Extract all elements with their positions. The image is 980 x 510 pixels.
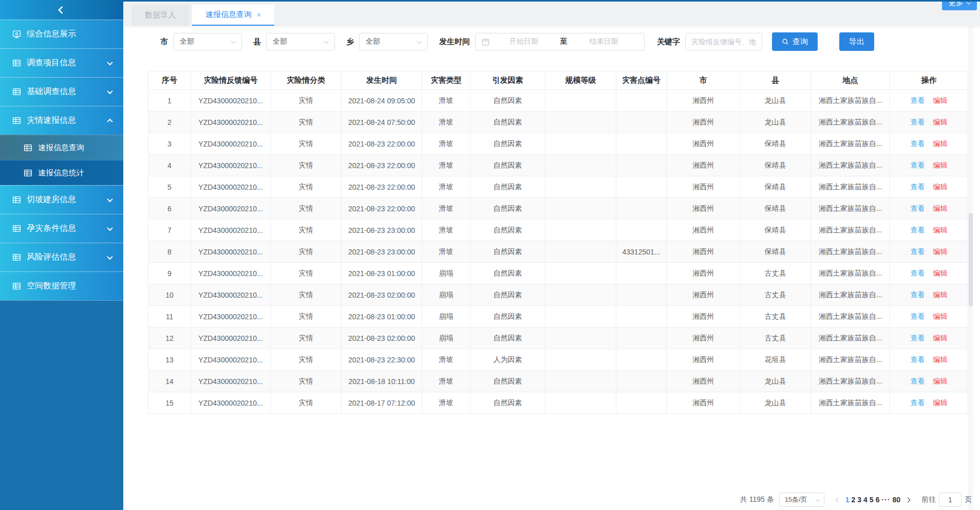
- page-number-80[interactable]: 80: [891, 496, 901, 504]
- view-link[interactable]: 查看: [911, 269, 925, 277]
- tab-label: 数据导入: [145, 10, 176, 20]
- close-tab-icon[interactable]: ×: [257, 11, 261, 19]
- cell-time: 2021-08-23 02:00:00: [342, 284, 422, 306]
- chevron-right-icon: [906, 497, 911, 502]
- cell-category: 灾情: [271, 155, 342, 176]
- table-row: 8YZD43000020210...灾情2021-08-23 23:00:00滑…: [148, 241, 968, 263]
- column-header-time: 发生时间: [342, 71, 422, 90]
- edit-link[interactable]: 编辑: [933, 377, 948, 385]
- sidebar-item-spatial-data-management[interactable]: 空间数据管理: [0, 271, 123, 300]
- edit-link[interactable]: 编辑: [933, 312, 948, 320]
- sidebar-item-slope-housing-info[interactable]: 切坡建房信息: [0, 185, 123, 214]
- sidebar-item-label: 孕灾条件信息: [27, 223, 76, 234]
- view-link[interactable]: 查看: [911, 118, 925, 126]
- view-link[interactable]: 查看: [911, 183, 925, 191]
- cell-scale: [545, 371, 616, 392]
- view-link[interactable]: 查看: [911, 139, 925, 148]
- cell-seq: 11: [148, 306, 191, 327]
- town-select[interactable]: 全部: [359, 33, 428, 50]
- page-number-5[interactable]: 5: [869, 496, 875, 504]
- cell-code: YZD43000020210...: [191, 263, 271, 284]
- cell-seq: 12: [148, 327, 191, 349]
- cell-time: 2021-08-24 09:05:00: [342, 90, 422, 112]
- more-button[interactable]: 更多: [942, 0, 977, 10]
- cell-ops: 查看编辑: [890, 306, 968, 327]
- page-number-2[interactable]: 2: [850, 496, 856, 504]
- view-link[interactable]: 查看: [911, 161, 925, 169]
- cell-factor: 自然因素: [470, 176, 545, 198]
- edit-link[interactable]: 编辑: [933, 290, 948, 299]
- cell-seq: 13: [148, 349, 191, 371]
- table-icon: [12, 282, 22, 291]
- cell-time: 2021-08-18 10:11:00: [342, 371, 422, 392]
- export-button-label: 导出: [849, 37, 864, 47]
- view-link[interactable]: 查看: [911, 398, 925, 407]
- edit-link[interactable]: 编辑: [933, 161, 948, 169]
- main-area: 数据导入 速报信息查询 × 更多 市 全部 县 全部: [123, 2, 980, 510]
- page-number-4[interactable]: 4: [862, 496, 869, 504]
- edit-link[interactable]: 编辑: [933, 204, 948, 212]
- sidebar-item-survey-project-info[interactable]: 调查项目信息: [0, 48, 123, 77]
- city-select[interactable]: 全部: [173, 33, 242, 50]
- page-size-select[interactable]: 15条/页: [779, 493, 824, 507]
- cell-county: 古丈县: [740, 327, 811, 349]
- cell-point: [616, 306, 667, 327]
- total-count: 共 1195 条: [740, 495, 774, 504]
- cell-category: 灾情: [271, 176, 342, 198]
- town-select-value: 全部: [366, 37, 380, 46]
- sidebar-collapse-button[interactable]: [0, 0, 123, 20]
- page-ellipsis[interactable]: ···: [880, 496, 891, 504]
- sidebar-item-basic-survey-info[interactable]: 基础调查信息: [0, 77, 123, 106]
- prev-page-button[interactable]: [832, 498, 844, 502]
- vertical-scrollbar[interactable]: [968, 26, 973, 510]
- start-date-placeholder: 开始日期: [489, 37, 558, 46]
- keyword-input[interactable]: [685, 33, 762, 50]
- view-link[interactable]: 查看: [911, 96, 925, 104]
- edit-link[interactable]: 编辑: [933, 269, 948, 277]
- edit-link[interactable]: 编辑: [933, 139, 948, 148]
- cell-county: 龙山县: [740, 112, 811, 133]
- view-link[interactable]: 查看: [911, 204, 925, 212]
- view-link[interactable]: 查看: [911, 247, 925, 256]
- sidebar-subitem-report-info-query[interactable]: 速报信息查询: [0, 135, 123, 160]
- cell-category: 灾情: [271, 349, 342, 371]
- sidebar-item-comprehensive-info-display[interactable]: 综合信息展示: [0, 20, 123, 48]
- scrollbar-thumb[interactable]: [969, 213, 973, 306]
- sidebar-item-disaster-report-info[interactable]: 灾情速报信息: [0, 106, 123, 135]
- page-number-3[interactable]: 3: [856, 496, 862, 504]
- view-link[interactable]: 查看: [911, 290, 925, 299]
- cell-point: [616, 327, 667, 349]
- edit-link[interactable]: 编辑: [933, 334, 948, 342]
- sidebar-subitem-report-info-stats[interactable]: 速报信息统计: [0, 160, 123, 185]
- view-link[interactable]: 查看: [911, 226, 925, 234]
- edit-link[interactable]: 编辑: [933, 355, 948, 363]
- view-link[interactable]: 查看: [911, 312, 925, 320]
- view-link[interactable]: 查看: [911, 355, 925, 363]
- edit-link[interactable]: 编辑: [933, 398, 948, 407]
- tab-report-query[interactable]: 速报信息查询 ×: [192, 5, 274, 26]
- cell-type: 崩塌: [422, 306, 470, 327]
- search-button[interactable]: 查询: [772, 32, 818, 51]
- edit-link[interactable]: 编辑: [933, 118, 948, 126]
- page-number-6[interactable]: 6: [875, 496, 881, 504]
- edit-link[interactable]: 编辑: [933, 183, 948, 191]
- view-link[interactable]: 查看: [911, 377, 925, 385]
- export-button[interactable]: 导出: [839, 32, 874, 51]
- edit-link[interactable]: 编辑: [933, 96, 948, 104]
- edit-link[interactable]: 编辑: [933, 247, 948, 256]
- page-number-1[interactable]: 1: [844, 496, 851, 504]
- view-link[interactable]: 查看: [911, 334, 925, 342]
- county-select[interactable]: 全部: [266, 33, 335, 50]
- cell-point: [616, 220, 667, 241]
- sidebar-item-risk-assessment-info[interactable]: 风险评估信息: [0, 243, 123, 271]
- sidebar-item-hazard-condition-info[interactable]: 孕灾条件信息: [0, 214, 123, 243]
- tab-data-import[interactable]: 数据导入: [131, 5, 189, 26]
- next-page-button[interactable]: [901, 498, 914, 502]
- cell-scale: [545, 155, 616, 176]
- cell-point: [616, 112, 667, 133]
- table-icon: [24, 143, 33, 152]
- goto-page-input[interactable]: [939, 493, 962, 507]
- cell-type: 滑坡: [422, 112, 470, 133]
- date-range-picker[interactable]: 开始日期 至 结束日期: [475, 33, 645, 50]
- edit-link[interactable]: 编辑: [933, 226, 948, 234]
